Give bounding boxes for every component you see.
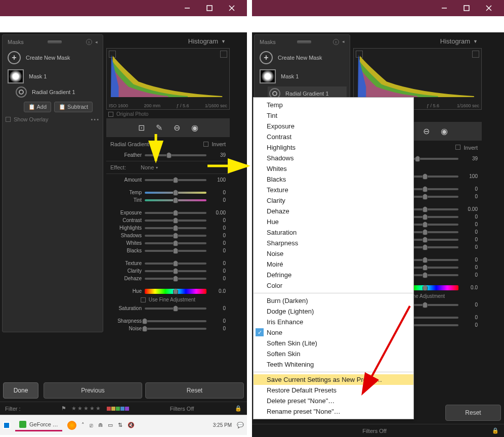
info-icon[interactable]: i [333,39,339,45]
notifications-icon[interactable]: 💬 [237,422,244,428]
noise-slider[interactable]: Noise0 [106,325,230,332]
menu-item[interactable]: Texture [254,185,413,195]
shadows-slider[interactable]: Shadows0 [106,232,230,239]
saturation-slider[interactable]: Saturation0 [106,304,230,312]
lock-icon[interactable]: 🔒 [235,405,242,412]
collapse-icon[interactable]: ◂ [95,39,98,45]
add-button[interactable]: 📋 Add [24,102,51,112]
feather-slider[interactable]: Feather 39 [106,151,230,159]
chevron-down-icon[interactable]: ▼ [473,39,478,44]
drag-handle-icon[interactable] [48,40,62,43]
reset-button[interactable]: Reset [445,405,501,421]
link-icon[interactable]: ⊖ [174,123,180,133]
taskbar-app[interactable]: GeForce … [15,419,62,431]
color-labels[interactable] [107,407,129,411]
tray-volume-icon[interactable]: 🔇 [128,422,135,428]
menu-item[interactable]: Dodge (Lighten) [254,306,413,317]
menu-item[interactable]: Hue [254,216,413,227]
exposure-slider[interactable]: Exposure0.00 [106,209,230,216]
info-icon[interactable]: i [86,39,92,45]
create-mask-button[interactable]: + Create New Mask [8,51,98,64]
temp-slider[interactable]: Temp0 [106,189,230,196]
menu-item[interactable]: Sharpness [254,238,413,248]
original-photo-checkbox[interactable] [108,112,113,117]
lock-icon[interactable]: 🔒 [492,427,499,434]
contrast-slider[interactable]: Contrast0 [106,216,230,224]
minimize-button[interactable] [433,1,455,16]
menu-item[interactable]: Delete preset "None"… [254,396,413,406]
filters-off[interactable]: Filters Off [362,428,386,434]
filters-off[interactable]: Filters Off [170,406,194,412]
menu-item[interactable]: Soften Skin (Lite) [254,338,413,348]
menu-item[interactable]: Highlights [254,142,413,153]
blacks-slider[interactable]: Blacks0 [106,247,230,254]
tray-usb-icon[interactable]: ⇅ [118,422,122,428]
drag-handle-icon[interactable] [297,40,311,43]
menu-item[interactable]: Color [254,280,413,291]
brush-icon[interactable]: ✎ [156,123,162,133]
amount-slider[interactable]: Amount 100 [106,176,230,184]
close-button[interactable] [478,1,500,16]
radial-tool-icon[interactable]: ◉ [191,123,198,133]
close-button[interactable] [221,1,243,16]
menu-item[interactable]: Save Current Settings as New Preset… [254,374,413,385]
done-button[interactable]: Done [3,382,38,399]
start-button[interactable] [3,422,10,429]
tray-cast-icon[interactable]: ⎚ [90,422,93,428]
menu-item[interactable]: Contrast [254,132,413,142]
dehaze-slider[interactable]: Dehaze0 [106,275,230,282]
menu-item[interactable]: Whites [254,163,413,174]
invert-checkbox[interactable] [455,145,460,150]
tint-slider[interactable]: Tint0 [106,196,230,204]
flag-icon[interactable]: ⚑ [61,405,66,412]
radial-gradient-item[interactable]: Radial Gradient 1 [16,86,100,98]
effect-dropdown[interactable]: Effect: None ▾ [106,161,230,174]
menu-item[interactable]: Temp [254,100,413,110]
maximize-button[interactable] [198,1,221,16]
menu-item[interactable]: Exposure [254,121,413,132]
menu-item[interactable]: Dehaze [254,206,413,216]
sharpness-slider[interactable]: Sharpness0 [106,317,230,325]
show-overlay-checkbox[interactable] [6,117,11,122]
mask-item[interactable]: Mask 1 [260,69,345,83]
hue-slider[interactable]: Hue 0.0 [106,287,230,295]
menu-item[interactable]: Defringe [254,270,413,280]
clarity-slider[interactable]: Clarity0 [106,267,230,275]
invert-checkbox[interactable] [203,142,208,147]
more-icon[interactable]: ••• [91,116,100,122]
maximize-button[interactable] [455,1,478,16]
create-mask-button[interactable]: + Create New Mask [260,51,345,64]
menu-item[interactable]: Rename preset "None"… [254,406,413,417]
radial-tool-icon[interactable]: ◉ [441,126,448,136]
menu-item[interactable]: Burn (Darken) [254,295,413,306]
rating-stars[interactable]: ★★★★★ [71,405,102,412]
minimize-button[interactable] [176,1,198,16]
menu-item[interactable]: Moiré [254,259,413,270]
highlights-slider[interactable]: Highlights0 [106,224,230,232]
chevron-down-icon[interactable]: ▼ [221,39,226,44]
texture-slider[interactable]: Texture0 [106,259,230,267]
menu-item[interactable]: None✓ [254,327,413,338]
link-icon[interactable]: ⊖ [423,126,430,136]
histogram-plot[interactable]: ISO 1600 200 mm ƒ / 5.6 1/1600 sec [106,48,230,110]
menu-item[interactable]: Tint [254,110,413,121]
tray-chevron-icon[interactable]: ˄ [81,422,85,428]
collapse-icon[interactable]: ◂ [342,39,345,45]
reset-button[interactable]: Reset [145,382,244,399]
menu-item[interactable]: Iris Enhance [254,317,413,327]
menu-item[interactable]: Restore Default Presets [254,385,413,396]
mask-item[interactable]: Mask 1 [8,69,98,83]
previous-button[interactable]: Previous [44,382,142,399]
menu-item[interactable]: Blacks [254,174,413,185]
taskbar-clock[interactable]: 3:25 PM [213,422,232,428]
menu-item[interactable]: Clarity [254,195,413,206]
tray-wifi-icon[interactable]: ⋒ [98,422,103,428]
menu-item[interactable]: Noise [254,248,413,259]
fine-adjust-checkbox[interactable] [141,297,146,302]
menu-item[interactable]: Shadows [254,153,413,163]
menu-item[interactable]: Teeth Whitening [254,359,413,370]
whites-slider[interactable]: Whites0 [106,239,230,247]
tray-battery-icon[interactable]: ▭ [108,422,113,428]
menu-item[interactable]: Saturation [254,227,413,238]
subtract-button[interactable]: 📋 Subtract [54,102,93,112]
